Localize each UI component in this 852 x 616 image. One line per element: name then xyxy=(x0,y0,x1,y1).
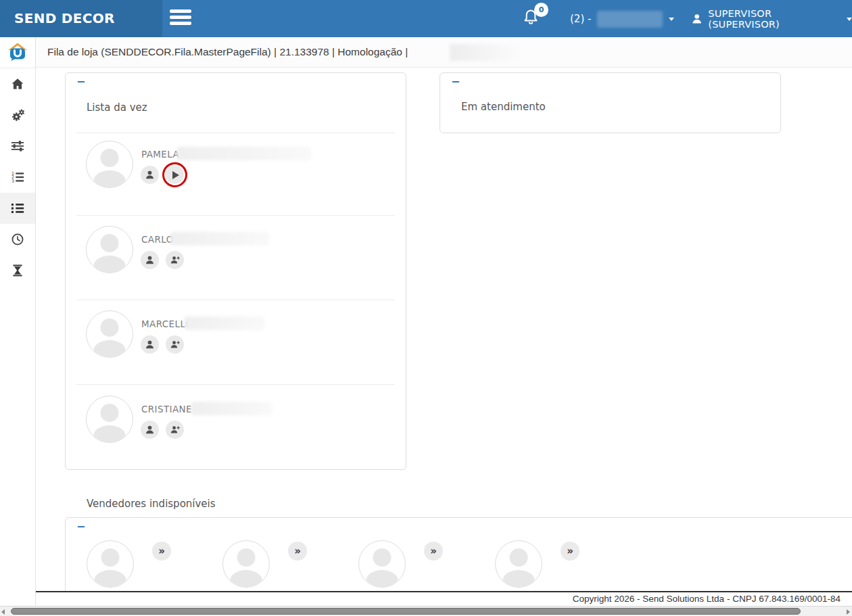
double-chevron-right-icon: » xyxy=(567,545,573,557)
brand-logo-area[interactable]: SEND DECOR xyxy=(0,0,162,37)
double-chevron-right-icon: » xyxy=(294,545,301,557)
avatar-body xyxy=(94,425,126,443)
store-selector[interactable]: (2) - xyxy=(570,10,674,28)
seller-profile-button[interactable] xyxy=(141,421,159,439)
avatar-head xyxy=(373,548,392,567)
seller-row: CARLOS xyxy=(66,226,406,302)
avatar-head xyxy=(510,548,528,567)
notification-badge: 0 xyxy=(534,3,548,17)
user-plus-icon xyxy=(170,255,181,265)
avatar-body xyxy=(95,570,126,588)
double-chevron-right-icon: » xyxy=(430,545,437,557)
app-window: SEND DECOR 0 (2) - SUPERVISOR (SUPERVISO xyxy=(0,0,852,616)
avatar-body xyxy=(94,340,126,358)
seller-row: MARCELLO xyxy=(66,310,406,386)
move-to-queue-button[interactable]: » xyxy=(561,542,579,561)
sidebar-item-preferences[interactable] xyxy=(0,131,35,162)
avatar xyxy=(86,141,133,188)
seller-row: CRISTIANE xyxy=(66,396,406,471)
top-header: SEND DECOR 0 (2) - SUPERVISOR (SUPERVISO xyxy=(0,0,852,37)
sidebar-item-ordered-list[interactable]: 123 xyxy=(0,162,35,193)
notifications-button[interactable]: 0 xyxy=(522,7,541,30)
user-menu[interactable]: SUPERVISOR (SUPERVISOR) xyxy=(691,9,852,28)
em-atendimento-panel: − Em atendimento xyxy=(440,72,781,133)
app-logo-house-sofa-icon xyxy=(7,42,28,64)
collapse-panel-button[interactable]: − xyxy=(451,75,460,88)
scroll-left-arrow-icon[interactable] xyxy=(1,609,5,615)
avatar xyxy=(86,226,133,273)
avatar-body xyxy=(94,170,126,188)
chevron-down-icon xyxy=(847,18,852,21)
avatar-head xyxy=(101,548,120,567)
horizontal-scrollbar[interactable] xyxy=(0,606,852,616)
avatar xyxy=(87,540,134,588)
sidebar-item-pending[interactable] xyxy=(0,255,35,286)
scroll-right-arrow-icon[interactable] xyxy=(847,609,850,615)
seller-profile-button[interactable] xyxy=(141,166,159,184)
avatar-body xyxy=(94,256,126,273)
panel-title: Em atendimento xyxy=(461,101,546,113)
chevron-down-icon xyxy=(669,18,674,21)
play-icon xyxy=(172,171,179,179)
hamburger-icon xyxy=(170,22,191,25)
copyright-text: Copyright 2026 - Send Solutions Ltda - C… xyxy=(573,594,841,604)
user-icon xyxy=(145,425,155,435)
divider xyxy=(76,300,395,300)
start-attendance-button[interactable] xyxy=(166,166,184,184)
breadcrumb-text: Fila de loja (SENDDECOR.Fila.MasterPageF… xyxy=(47,46,408,57)
redacted-surname xyxy=(185,316,264,330)
assign-customer-button[interactable] xyxy=(166,251,184,269)
brand-title: SEND DECOR xyxy=(14,10,115,26)
user-icon xyxy=(691,13,703,25)
sidebar-item-queue-list[interactable] xyxy=(0,193,35,224)
assign-customer-button[interactable] xyxy=(166,421,184,439)
avatar-body xyxy=(503,570,535,588)
seller-name: PAMELA xyxy=(141,149,179,160)
menu-toggle-button[interactable] xyxy=(170,9,191,28)
scrollbar-thumb[interactable] xyxy=(11,608,801,615)
seller-name: CRISTIANE xyxy=(141,404,192,414)
avatar-head xyxy=(101,404,119,422)
list-icon xyxy=(11,202,24,215)
svg-text:3: 3 xyxy=(11,179,14,183)
user-icon xyxy=(145,255,155,265)
sidebar-app-logo[interactable] xyxy=(0,37,35,68)
store-prefix: (2) - xyxy=(570,13,591,25)
avatar-head xyxy=(101,318,119,337)
user-icon xyxy=(145,170,155,180)
avatar-body xyxy=(366,570,398,588)
user-plus-icon xyxy=(170,339,181,350)
sliders-icon xyxy=(11,139,24,153)
redacted-store-name xyxy=(597,11,663,28)
seller-row: PAMELA xyxy=(66,141,406,216)
user-plus-icon xyxy=(170,425,181,435)
ordered-list-icon: 123 xyxy=(11,170,24,184)
collapse-panel-button[interactable]: − xyxy=(76,75,85,88)
sidebar: 123 xyxy=(0,37,36,606)
clock-icon xyxy=(11,233,24,246)
avatar-head xyxy=(237,548,256,567)
seller-profile-button[interactable] xyxy=(141,335,159,354)
hamburger-icon xyxy=(170,9,191,13)
move-to-queue-button[interactable]: » xyxy=(152,542,171,561)
user-label: SUPERVISOR (SUPERVISOR) xyxy=(708,8,841,30)
redacted-breadcrumb-segment xyxy=(450,44,518,61)
hamburger-icon xyxy=(170,16,191,19)
double-chevron-right-icon: » xyxy=(158,545,165,557)
sidebar-item-home[interactable] xyxy=(0,68,35,99)
avatar xyxy=(222,540,270,588)
sidebar-item-history[interactable] xyxy=(0,224,35,255)
avatar-head xyxy=(101,234,119,252)
collapse-panel-button[interactable]: − xyxy=(76,520,85,533)
home-icon xyxy=(11,77,24,91)
redacted-surname xyxy=(177,147,311,160)
avatar xyxy=(86,396,133,443)
breadcrumb: Fila de loja (SENDDECOR.Fila.MasterPageF… xyxy=(36,37,852,68)
assign-customer-button[interactable] xyxy=(166,335,184,354)
seller-profile-button[interactable] xyxy=(141,251,159,269)
move-to-queue-button[interactable]: » xyxy=(424,542,443,561)
move-to-queue-button[interactable]: » xyxy=(288,542,307,561)
avatar xyxy=(86,310,133,358)
section-title: Vendedores indisponíveis xyxy=(87,498,216,510)
sidebar-item-settings[interactable] xyxy=(0,99,35,131)
